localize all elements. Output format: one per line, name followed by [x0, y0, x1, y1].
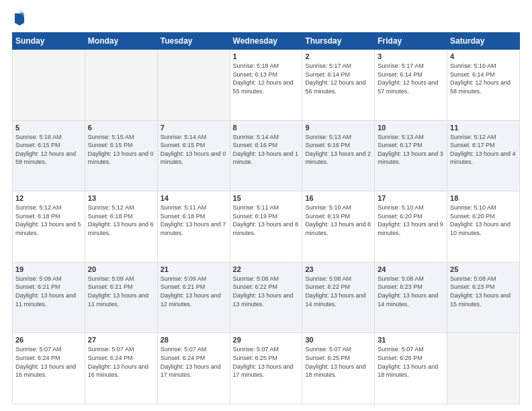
calendar-cell: 16Sunrise: 5:10 AMSunset: 6:19 PMDayligh…	[302, 191, 375, 263]
day-info: Sunrise: 5:07 AMSunset: 6:26 PMDaylight:…	[378, 345, 444, 379]
calendar-cell	[85, 50, 157, 121]
day-info: Sunrise: 5:07 AMSunset: 6:24 PMDaylight:…	[15, 345, 82, 379]
day-number: 17	[378, 194, 444, 202]
day-number: 2	[305, 52, 371, 60]
calendar-cell: 4Sunrise: 5:16 AMSunset: 6:14 PMDaylight…	[447, 50, 520, 121]
calendar-cell: 27Sunrise: 5:07 AMSunset: 6:24 PMDayligh…	[85, 333, 157, 404]
day-info: Sunrise: 5:18 AMSunset: 6:13 PMDaylight:…	[233, 62, 300, 95]
day-number: 23	[305, 265, 371, 273]
logo-icon	[13, 11, 26, 26]
day-number: 28	[161, 336, 227, 344]
calendar-cell: 1Sunrise: 5:18 AMSunset: 6:13 PMDaylight…	[230, 50, 302, 121]
calendar-cell: 14Sunrise: 5:11 AMSunset: 6:18 PMDayligh…	[157, 191, 230, 263]
calendar-cell: 28Sunrise: 5:07 AMSunset: 6:24 PMDayligh…	[157, 333, 230, 404]
calendar-cell: 13Sunrise: 5:12 AMSunset: 6:18 PMDayligh…	[85, 191, 157, 263]
day-info: Sunrise: 5:14 AMSunset: 6:15 PMDaylight:…	[161, 133, 227, 167]
day-number: 27	[88, 336, 154, 344]
day-info: Sunrise: 5:12 AMSunset: 6:18 PMDaylight:…	[15, 203, 82, 237]
calendar-cell: 12Sunrise: 5:12 AMSunset: 6:18 PMDayligh…	[13, 191, 85, 263]
header	[12, 12, 520, 26]
calendar-cell: 21Sunrise: 5:09 AMSunset: 6:21 PMDayligh…	[157, 262, 230, 333]
calendar-week-row: 26Sunrise: 5:07 AMSunset: 6:24 PMDayligh…	[13, 333, 520, 404]
day-info: Sunrise: 5:07 AMSunset: 6:24 PMDaylight:…	[161, 345, 227, 379]
day-number: 11	[450, 124, 517, 132]
day-info: Sunrise: 5:12 AMSunset: 6:18 PMDaylight:…	[88, 203, 154, 237]
day-info: Sunrise: 5:07 AMSunset: 6:25 PMDaylight:…	[233, 345, 300, 379]
calendar-cell: 23Sunrise: 5:08 AMSunset: 6:22 PMDayligh…	[302, 262, 375, 333]
calendar-week-row: 12Sunrise: 5:12 AMSunset: 6:18 PMDayligh…	[13, 191, 520, 263]
day-number: 7	[161, 124, 227, 132]
day-info: Sunrise: 5:08 AMSunset: 6:23 PMDaylight:…	[450, 275, 517, 308]
calendar-header-saturday: Saturday	[447, 33, 520, 50]
day-number: 16	[305, 194, 371, 202]
day-info: Sunrise: 5:07 AMSunset: 6:25 PMDaylight:…	[305, 345, 371, 379]
day-number: 8	[233, 124, 300, 132]
calendar-header-thursday: Thursday	[302, 33, 375, 50]
calendar-cell: 9Sunrise: 5:13 AMSunset: 6:16 PMDaylight…	[302, 120, 375, 191]
day-info: Sunrise: 5:09 AMSunset: 6:21 PMDaylight:…	[161, 275, 227, 308]
day-number: 15	[233, 194, 300, 202]
calendar-header-row: SundayMondayTuesdayWednesdayThursdayFrid…	[13, 33, 520, 50]
day-number: 30	[305, 336, 371, 344]
calendar-cell: 10Sunrise: 5:13 AMSunset: 6:17 PMDayligh…	[375, 120, 447, 191]
calendar-header-wednesday: Wednesday	[230, 33, 302, 50]
day-info: Sunrise: 5:17 AMSunset: 6:14 PMDaylight:…	[378, 62, 444, 95]
calendar-cell	[157, 50, 230, 121]
calendar-cell: 24Sunrise: 5:08 AMSunset: 6:23 PMDayligh…	[375, 262, 447, 333]
calendar-cell: 2Sunrise: 5:17 AMSunset: 6:14 PMDaylight…	[302, 50, 375, 121]
calendar-cell	[447, 333, 520, 404]
day-info: Sunrise: 5:07 AMSunset: 6:24 PMDaylight:…	[88, 345, 154, 379]
calendar-cell: 26Sunrise: 5:07 AMSunset: 6:24 PMDayligh…	[13, 333, 85, 404]
calendar-header-friday: Friday	[375, 33, 447, 50]
day-info: Sunrise: 5:13 AMSunset: 6:17 PMDaylight:…	[378, 133, 444, 167]
calendar-cell: 20Sunrise: 5:09 AMSunset: 6:21 PMDayligh…	[85, 262, 157, 333]
day-number: 1	[233, 52, 300, 60]
day-number: 19	[15, 265, 82, 273]
calendar-cell: 30Sunrise: 5:07 AMSunset: 6:25 PMDayligh…	[302, 333, 375, 404]
logo	[12, 12, 26, 26]
day-number: 4	[450, 52, 517, 60]
day-info: Sunrise: 5:08 AMSunset: 6:22 PMDaylight:…	[305, 275, 371, 308]
calendar-table: SundayMondayTuesdayWednesdayThursdayFrid…	[12, 32, 520, 404]
day-info: Sunrise: 5:10 AMSunset: 6:20 PMDaylight:…	[450, 203, 517, 237]
day-number: 24	[378, 265, 444, 273]
day-number: 13	[88, 194, 154, 202]
calendar-cell: 11Sunrise: 5:12 AMSunset: 6:17 PMDayligh…	[447, 120, 520, 191]
day-number: 21	[161, 265, 227, 273]
calendar-cell: 6Sunrise: 5:15 AMSunset: 6:15 PMDaylight…	[85, 120, 157, 191]
calendar-cell: 31Sunrise: 5:07 AMSunset: 6:26 PMDayligh…	[375, 333, 447, 404]
calendar-cell: 5Sunrise: 5:16 AMSunset: 6:15 PMDaylight…	[13, 120, 85, 191]
day-number: 25	[450, 265, 517, 273]
day-number: 18	[450, 194, 517, 202]
calendar-cell: 15Sunrise: 5:11 AMSunset: 6:19 PMDayligh…	[230, 191, 302, 263]
day-info: Sunrise: 5:09 AMSunset: 6:21 PMDaylight:…	[15, 275, 82, 308]
day-info: Sunrise: 5:11 AMSunset: 6:18 PMDaylight:…	[161, 203, 227, 237]
day-info: Sunrise: 5:12 AMSunset: 6:17 PMDaylight:…	[450, 133, 517, 167]
day-number: 6	[88, 124, 154, 132]
day-number: 14	[161, 194, 227, 202]
day-info: Sunrise: 5:08 AMSunset: 6:23 PMDaylight:…	[378, 275, 444, 308]
day-number: 9	[305, 124, 371, 132]
day-info: Sunrise: 5:17 AMSunset: 6:14 PMDaylight:…	[305, 62, 371, 95]
day-number: 22	[233, 265, 300, 273]
day-info: Sunrise: 5:16 AMSunset: 6:14 PMDaylight:…	[450, 62, 517, 95]
calendar-cell: 17Sunrise: 5:10 AMSunset: 6:20 PMDayligh…	[375, 191, 447, 263]
calendar-cell	[13, 50, 85, 121]
calendar-week-row: 1Sunrise: 5:18 AMSunset: 6:13 PMDaylight…	[13, 50, 520, 121]
calendar-cell: 3Sunrise: 5:17 AMSunset: 6:14 PMDaylight…	[375, 50, 447, 121]
day-info: Sunrise: 5:10 AMSunset: 6:19 PMDaylight:…	[305, 203, 371, 237]
day-info: Sunrise: 5:16 AMSunset: 6:15 PMDaylight:…	[15, 133, 82, 167]
day-info: Sunrise: 5:14 AMSunset: 6:16 PMDaylight:…	[233, 133, 300, 167]
day-info: Sunrise: 5:15 AMSunset: 6:15 PMDaylight:…	[88, 133, 154, 167]
calendar-cell: 25Sunrise: 5:08 AMSunset: 6:23 PMDayligh…	[447, 262, 520, 333]
day-number: 3	[378, 52, 444, 60]
calendar-cell: 18Sunrise: 5:10 AMSunset: 6:20 PMDayligh…	[447, 191, 520, 263]
logo-text	[12, 12, 26, 26]
day-info: Sunrise: 5:08 AMSunset: 6:22 PMDaylight:…	[233, 275, 300, 308]
day-number: 29	[233, 336, 300, 344]
day-number: 5	[15, 124, 82, 132]
day-number: 31	[378, 336, 444, 344]
day-info: Sunrise: 5:11 AMSunset: 6:19 PMDaylight:…	[233, 203, 300, 237]
page: SundayMondayTuesdayWednesdayThursdayFrid…	[0, 0, 532, 411]
calendar-cell: 8Sunrise: 5:14 AMSunset: 6:16 PMDaylight…	[230, 120, 302, 191]
